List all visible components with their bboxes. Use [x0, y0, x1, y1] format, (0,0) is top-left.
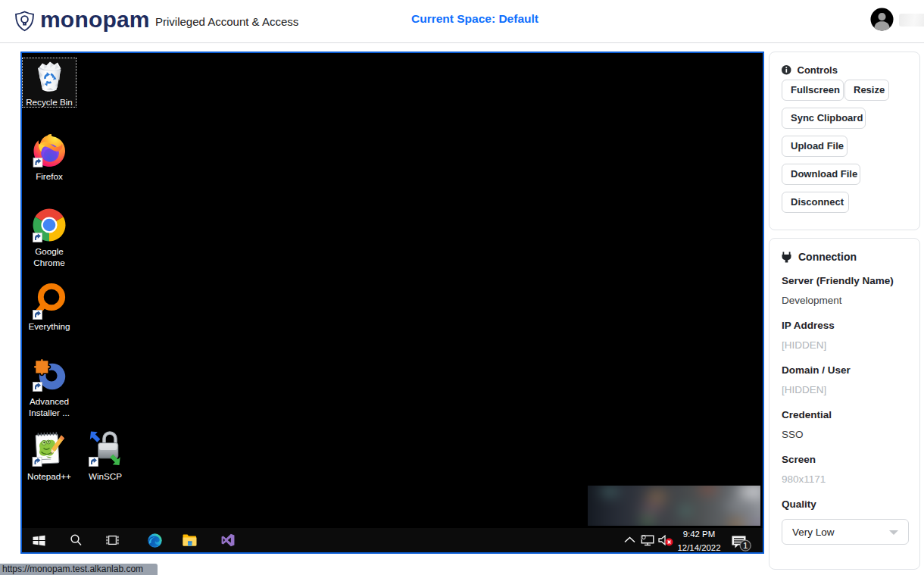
- svg-text:1: 1: [743, 541, 748, 550]
